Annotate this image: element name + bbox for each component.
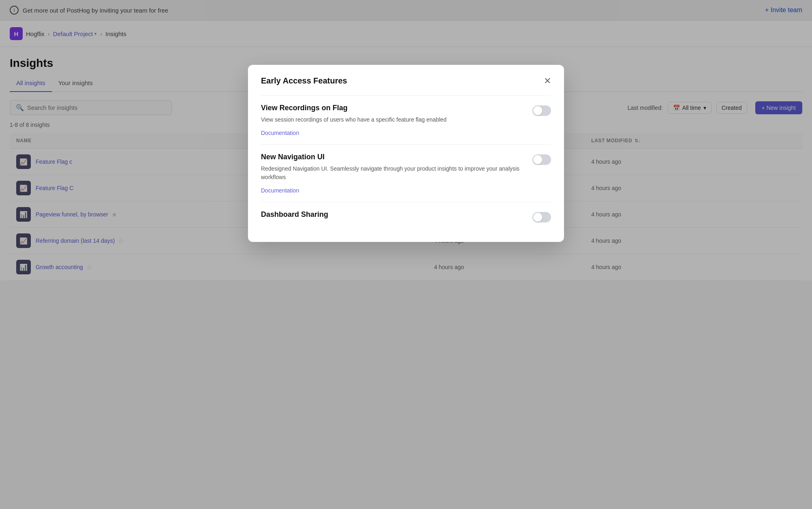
modal-title: Early Access Features [261,76,347,86]
feature-title-3: Dashboard Sharing [261,210,524,219]
doc-link-2[interactable]: Documentation [261,187,551,194]
toggle-dashboard-sharing[interactable] [532,212,551,222]
doc-link-1[interactable]: Documentation [261,130,551,136]
feature-info-3: Dashboard Sharing [261,210,524,222]
feature-row-2: New Navigation UI Redesigned Navigation … [261,153,551,182]
feature-info-1: View Recordings on Flag View session rec… [261,104,524,124]
toggle-view-recordings[interactable] [532,105,551,116]
feature-title-1: View Recordings on Flag [261,104,524,112]
feature-item-view-recordings: View Recordings on Flag View session rec… [261,95,551,144]
toggle-knob-1 [533,106,542,115]
feature-title-2: New Navigation UI [261,153,524,161]
modal-close-button[interactable]: ✕ [544,77,551,86]
feature-row-3: Dashboard Sharing [261,210,551,222]
feature-item-new-nav: New Navigation UI Redesigned Navigation … [261,144,551,202]
modal-header: Early Access Features ✕ [261,76,551,86]
feature-row-1: View Recordings on Flag View session rec… [261,104,551,124]
feature-item-dashboard-sharing: Dashboard Sharing [261,202,551,231]
feature-info-2: New Navigation UI Redesigned Navigation … [261,153,524,182]
toggle-knob-2 [533,155,542,164]
modal-overlay[interactable]: Early Access Features ✕ View Recordings … [0,0,812,280]
toggle-new-nav[interactable] [532,154,551,165]
toggle-knob-3 [533,213,542,222]
early-access-modal: Early Access Features ✕ View Recordings … [248,65,564,242]
feature-desc-1: View session recordings of users who hav… [261,115,524,124]
feature-desc-2: Redesigned Navigation UI. Seamlessly nav… [261,165,524,182]
